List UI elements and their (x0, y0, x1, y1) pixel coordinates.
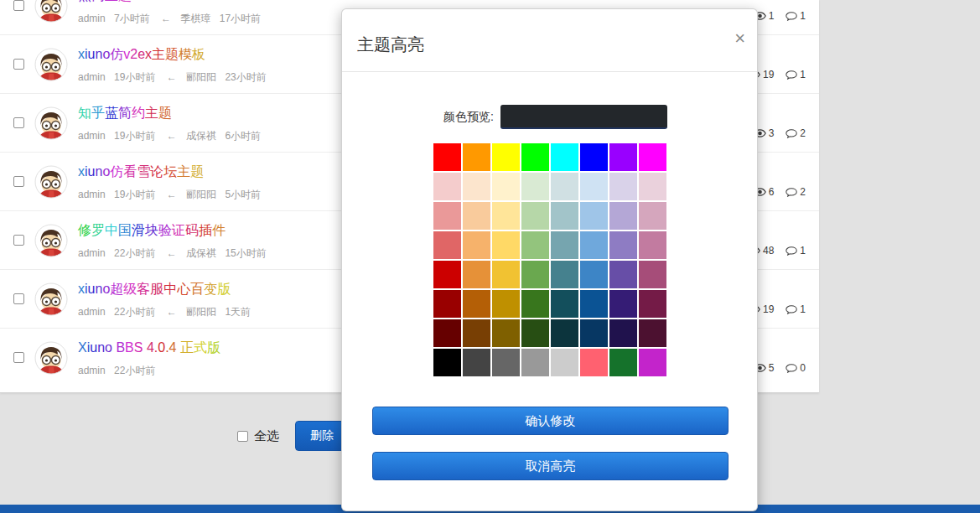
avatar[interactable] (34, 48, 68, 81)
palette-color-swatch[interactable] (551, 319, 578, 347)
reply-user[interactable]: 成保祺 (186, 130, 216, 142)
palette-color-swatch[interactable] (609, 349, 637, 376)
thread-title[interactable]: xiuno仿看雪论坛主题 (78, 163, 204, 181)
thread-checkbox[interactable] (13, 0, 24, 11)
palette-color-swatch[interactable] (609, 290, 637, 318)
palette-color-swatch[interactable] (433, 173, 461, 200)
avatar[interactable] (34, 224, 68, 257)
select-all-checkbox[interactable] (237, 431, 248, 442)
reply-user[interactable]: 季棋璋 (180, 13, 210, 24)
thread-title[interactable]: 热门主题 ♥ 1118 (78, 0, 175, 5)
palette-color-swatch[interactable] (551, 349, 578, 376)
palette-color-swatch[interactable] (551, 290, 578, 318)
palette-color-swatch[interactable] (463, 202, 490, 230)
palette-color-swatch[interactable] (492, 231, 520, 259)
palette-color-swatch[interactable] (521, 290, 549, 318)
thread-author[interactable]: admin (78, 365, 106, 376)
palette-color-swatch[interactable] (609, 202, 637, 230)
palette-color-swatch[interactable] (580, 202, 608, 230)
close-icon[interactable]: × (734, 29, 745, 48)
palette-color-swatch[interactable] (463, 290, 490, 318)
palette-color-swatch[interactable] (609, 261, 637, 288)
palette-color-swatch[interactable] (580, 143, 608, 171)
palette-color-swatch[interactable] (580, 261, 608, 288)
palette-color-swatch[interactable] (463, 173, 490, 200)
palette-color-swatch[interactable] (433, 231, 461, 259)
palette-color-swatch[interactable] (639, 143, 666, 171)
palette-color-swatch[interactable] (580, 319, 608, 347)
palette-color-swatch[interactable] (580, 290, 608, 318)
palette-color-swatch[interactable] (609, 231, 637, 259)
palette-color-swatch[interactable] (639, 173, 666, 200)
palette-color-swatch[interactable] (433, 319, 461, 347)
palette-color-swatch[interactable] (463, 143, 490, 171)
avatar[interactable] (34, 0, 68, 23)
thread-checkbox[interactable] (13, 117, 24, 128)
palette-color-swatch[interactable] (551, 173, 578, 200)
palette-color-swatch[interactable] (521, 143, 549, 171)
palette-color-swatch[interactable] (609, 319, 637, 347)
palette-color-swatch[interactable] (433, 202, 461, 230)
thread-author[interactable]: admin (78, 306, 106, 318)
palette-color-swatch[interactable] (521, 202, 549, 230)
avatar[interactable] (34, 106, 68, 140)
thread-author[interactable]: admin (78, 130, 106, 142)
palette-color-swatch[interactable] (433, 261, 461, 288)
thread-title[interactable]: xiuno超级客服中心百变版 (78, 280, 231, 298)
palette-color-swatch[interactable] (551, 231, 578, 259)
thread-checkbox[interactable] (13, 176, 24, 187)
palette-color-swatch[interactable] (639, 231, 666, 259)
palette-color-swatch[interactable] (609, 143, 637, 171)
avatar[interactable] (34, 341, 68, 375)
reply-user[interactable]: 郦阳阳 (186, 306, 216, 318)
palette-color-swatch[interactable] (609, 173, 637, 200)
palette-color-swatch[interactable] (492, 261, 520, 288)
palette-color-swatch[interactable] (580, 231, 608, 259)
palette-color-swatch[interactable] (433, 349, 461, 376)
thread-author[interactable]: admin (78, 71, 106, 83)
palette-color-swatch[interactable] (551, 261, 578, 288)
palette-color-swatch[interactable] (639, 261, 666, 288)
thread-title[interactable]: 知乎蓝简约主题 (78, 104, 172, 122)
palette-color-swatch[interactable] (492, 349, 520, 376)
reply-user[interactable]: 郦阳阳 (186, 71, 216, 83)
palette-color-swatch[interactable] (463, 349, 490, 376)
thread-checkbox[interactable] (13, 293, 24, 304)
palette-color-swatch[interactable] (521, 261, 549, 288)
palette-color-swatch[interactable] (639, 319, 666, 347)
palette-color-swatch[interactable] (492, 290, 520, 318)
palette-color-swatch[interactable] (551, 202, 578, 230)
thread-title[interactable]: Xiuno BBS 4.0.4 正式版 (78, 339, 220, 357)
reply-user[interactable]: 成保祺 (186, 247, 216, 259)
palette-color-swatch[interactable] (463, 319, 490, 347)
palette-color-swatch[interactable] (580, 173, 608, 200)
palette-color-swatch[interactable] (433, 290, 461, 318)
thread-author[interactable]: admin (78, 13, 106, 24)
thread-author[interactable]: admin (78, 247, 106, 259)
palette-color-swatch[interactable] (521, 231, 549, 259)
palette-color-swatch[interactable] (521, 173, 549, 200)
palette-color-swatch[interactable] (492, 143, 520, 171)
palette-color-swatch[interactable] (639, 349, 666, 376)
avatar[interactable] (34, 282, 68, 316)
palette-color-swatch[interactable] (551, 143, 578, 171)
palette-color-swatch[interactable] (463, 261, 490, 288)
thread-title[interactable]: 修罗中国滑块验证码插件 (78, 221, 226, 240)
confirm-button[interactable]: 确认修改 (372, 407, 729, 435)
palette-color-swatch[interactable] (433, 143, 461, 171)
palette-color-swatch[interactable] (492, 202, 520, 230)
palette-color-swatch[interactable] (492, 173, 520, 200)
palette-color-swatch[interactable] (639, 290, 666, 318)
thread-checkbox[interactable] (13, 235, 24, 246)
thread-checkbox[interactable] (13, 352, 24, 363)
cancel-highlight-button[interactable]: 取消高亮 (372, 452, 729, 480)
palette-color-swatch[interactable] (463, 231, 490, 259)
avatar[interactable] (34, 165, 68, 199)
thread-author[interactable]: admin (78, 189, 106, 200)
thread-title[interactable]: xiuno仿v2ex主题模板 (78, 45, 205, 64)
palette-color-swatch[interactable] (521, 349, 549, 376)
reply-user[interactable]: 郦阳阳 (186, 189, 216, 200)
palette-color-swatch[interactable] (492, 319, 520, 347)
palette-color-swatch[interactable] (580, 349, 608, 376)
palette-color-swatch[interactable] (639, 202, 666, 230)
